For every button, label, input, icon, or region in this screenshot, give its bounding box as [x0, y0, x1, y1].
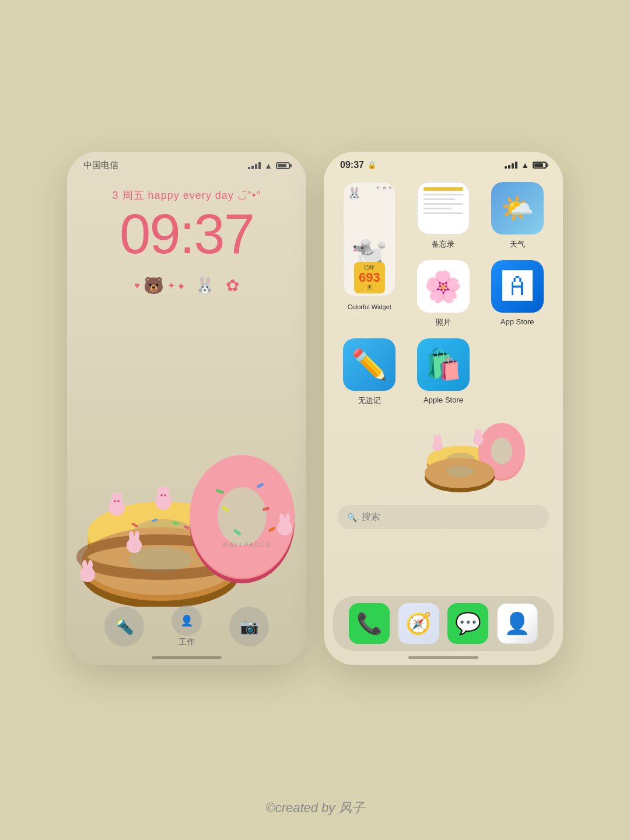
- sb1: [505, 166, 507, 169]
- svg-point-64: [478, 429, 482, 436]
- widget-rabbit: 🐰: [347, 186, 362, 200]
- battery-fill: [278, 164, 286, 167]
- widget-sparkles: ✦ ★ ✦: [376, 185, 393, 191]
- bear-widget: ♥ 🐻 ✦ ◆: [134, 276, 184, 295]
- search-bar[interactable]: 🔍 搜索: [338, 505, 549, 529]
- notes-label: 备忘录: [432, 239, 454, 250]
- appstore-icon: 🅰: [491, 260, 544, 313]
- footer-text: ©created by 风子: [265, 800, 364, 815]
- svg-point-47: [135, 531, 139, 540]
- sparkle-icon: ✦: [167, 280, 175, 291]
- widget-days-unit: 天: [359, 284, 380, 292]
- dock-contacts[interactable]: 👤: [497, 603, 538, 644]
- watermark: WALLPAPER: [222, 541, 271, 548]
- home-status-bar: 09:37 🔒 ▲: [324, 152, 563, 170]
- weather-icon: 🌤️: [491, 182, 544, 235]
- svg-point-63: [475, 429, 478, 436]
- svg-point-43: [88, 560, 93, 569]
- home-wifi-icon: ▲: [521, 160, 529, 170]
- app-item-applestore[interactable]: 🛍️ Apple Store: [412, 338, 475, 406]
- home-status-icons: ▲: [505, 160, 547, 170]
- home-time: 09:37: [340, 160, 364, 170]
- home-battery-icon: [533, 162, 547, 169]
- svg-point-35: [164, 494, 166, 496]
- sb2: [508, 165, 510, 169]
- widget-days-num: 693: [359, 271, 380, 284]
- dock-safari[interactable]: 🧭: [398, 603, 439, 644]
- dock: 📞 🧭 💬 👤: [333, 596, 554, 651]
- bunny-icon: 🐰: [195, 276, 214, 295]
- phone-icon: 📞: [356, 611, 383, 636]
- app-item-photos[interactable]: 🌸 照片: [412, 260, 475, 328]
- dock-phone[interactable]: 📞: [349, 603, 390, 644]
- contacts-icon: 👤: [504, 611, 530, 636]
- svg-point-60: [438, 435, 441, 442]
- signal-bar-4: [258, 162, 261, 169]
- search-placeholder: 搜索: [362, 511, 380, 523]
- contact-avatar: 👤: [172, 606, 202, 636]
- photos-label: 照片: [436, 317, 451, 328]
- lock-screen-phone: 中国电信 ▲ 3 周五 happy every day ◡̈°•° 09:37: [67, 152, 306, 665]
- freeform-icon: ✏️: [343, 338, 396, 391]
- donut-illustration: [67, 432, 306, 607]
- dock-messages[interactable]: 💬: [447, 603, 488, 644]
- lock-time: 09:37: [67, 206, 306, 262]
- home-screen-phone: 09:37 🔒 ▲: [324, 152, 563, 665]
- svg-point-56: [446, 466, 474, 477]
- signal-bar-3: [255, 164, 257, 169]
- flower-icon: ✿: [226, 276, 239, 295]
- phones-container: 中国电信 ▲ 3 周五 happy every day ◡̈°•° 09:37: [67, 152, 563, 665]
- weather-label: 天气: [510, 239, 525, 250]
- signal-bar-2: [251, 166, 254, 169]
- home-signal-icon: [505, 162, 517, 169]
- signal-bar-1: [248, 167, 250, 169]
- appstore-label: App Store: [501, 317, 534, 326]
- bear-icon: 🐻: [144, 276, 164, 295]
- widget-days-badge: 已经 693 天: [354, 262, 385, 293]
- diamond-icon: ◆: [178, 282, 184, 290]
- footer: ©created by 风子: [0, 799, 630, 817]
- widget-label: Colorful Widget: [348, 303, 391, 310]
- svg-point-42: [82, 560, 87, 569]
- battery-icon: [276, 162, 290, 169]
- camera-button[interactable]: 📷: [229, 607, 269, 646]
- notes-icon: [417, 182, 470, 235]
- carrier-label: 中国电信: [83, 160, 118, 171]
- home-indicator-home: [408, 656, 478, 659]
- home-donut-illustration: [382, 412, 563, 494]
- svg-point-38: [279, 513, 284, 523]
- lock-bottom-controls: 🔦 👤 工作 📷: [67, 606, 306, 648]
- svg-point-17: [218, 487, 267, 545]
- sb3: [512, 163, 514, 169]
- work-contact[interactable]: 👤 工作: [172, 606, 202, 648]
- app-item-appstore[interactable]: 🅰 App Store: [485, 260, 549, 328]
- contact-label: 工作: [178, 637, 195, 648]
- svg-point-28: [114, 500, 116, 502]
- sb4: [515, 162, 517, 169]
- app-item-notes[interactable]: 备忘录: [412, 182, 475, 250]
- flashlight-button[interactable]: 🔦: [104, 607, 144, 646]
- safari-icon: 🧭: [405, 611, 432, 636]
- app-item-freeform[interactable]: ✏️ 无边记: [338, 338, 401, 406]
- svg-point-39: [285, 513, 290, 523]
- colorful-widget[interactable]: 🐰 ✦ ★ ✦ 🐩 已经 693 天: [343, 182, 396, 296]
- wifi-icon: ▲: [264, 161, 272, 170]
- home-battery-fill: [534, 163, 543, 167]
- svg-point-46: [129, 531, 134, 540]
- freeform-label: 无边记: [358, 396, 381, 406]
- home-indicator: [152, 656, 222, 659]
- applestore-label: Apple Store: [424, 396, 463, 404]
- heart-icon: ♥: [134, 281, 140, 291]
- svg-point-29: [117, 500, 120, 502]
- svg-point-59: [434, 435, 438, 442]
- svg-point-53: [491, 438, 512, 464]
- app-grid: 备忘录 🌤️ 天气 🐰 ✦ ★ ✦ 🐩: [324, 170, 563, 406]
- lock-widgets: ♥ 🐻 ✦ ◆ 🐰 ✿: [67, 276, 306, 295]
- lock-date: 3 周五 happy every day ◡̈°•°: [67, 188, 306, 202]
- app-item-widget: 🐰 ✦ ★ ✦ 🐩 已经 693 天 Colorful Widget: [338, 182, 401, 310]
- signal-icon: [248, 162, 261, 169]
- app-item-weather[interactable]: 🌤️ 天气: [485, 182, 549, 250]
- applestore-icon: 🛍️: [417, 338, 470, 391]
- search-icon: 🔍: [347, 513, 357, 522]
- photos-icon: 🌸: [417, 260, 470, 313]
